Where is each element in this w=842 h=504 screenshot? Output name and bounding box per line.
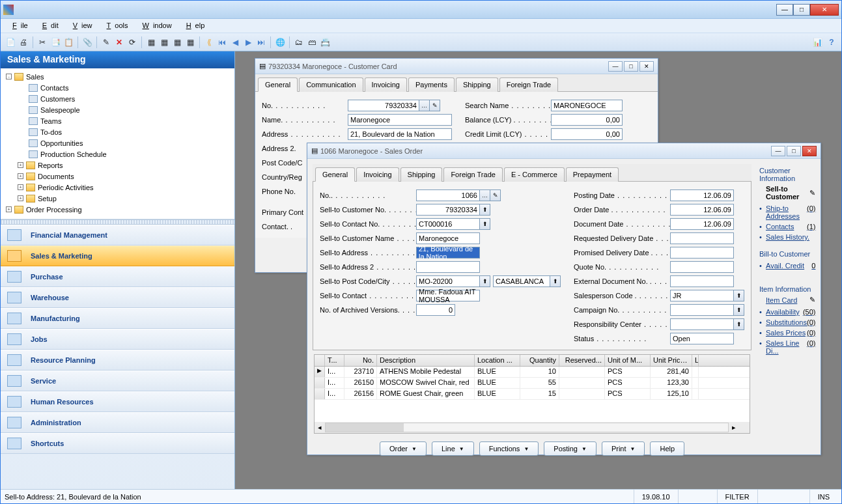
- tree-to-dos[interactable]: To-dos: [1, 126, 234, 137]
- item-edit-icon[interactable]: ✎: [809, 296, 815, 304]
- cc-no-lookup[interactable]: …: [419, 100, 430, 111]
- menu-window[interactable]: Window: [135, 20, 176, 31]
- horizontal-scrollbar[interactable]: ◂ ▸: [315, 422, 750, 433]
- so-left-field[interactable]: MO-20200: [416, 275, 480, 287]
- chart-icon[interactable]: 📊: [811, 36, 823, 48]
- misc3-icon[interactable]: 📇: [319, 36, 331, 48]
- tree-setup[interactable]: +Setup: [1, 193, 234, 204]
- globe-icon[interactable]: 🌐: [274, 36, 286, 48]
- nav-tree[interactable]: -SalesContactsCustomersSalespeopleTeamsT…: [1, 68, 234, 219]
- new-icon[interactable]: 📄: [5, 36, 16, 48]
- so-left-field[interactable]: Maronegoce: [416, 232, 480, 244]
- so-right-field[interactable]: [670, 232, 734, 244]
- misc1-icon[interactable]: 🗂: [293, 36, 305, 48]
- module-shortcuts[interactable]: Shortcuts: [1, 433, 234, 454]
- attach-icon[interactable]: 📎: [81, 36, 93, 48]
- lookup-icon[interactable]: ⬆: [480, 275, 490, 287]
- cc-addr-field[interactable]: 21, Boulevard de la Nation: [348, 128, 452, 140]
- cc-tab-shipping[interactable]: Shipping: [456, 77, 498, 92]
- minimize-button[interactable]: —: [776, 4, 793, 16]
- cc-no-edit-icon[interactable]: ✎: [430, 100, 440, 111]
- so-right-field[interactable]: [670, 275, 734, 287]
- tree-order-processing[interactable]: +Order Processing: [1, 204, 234, 215]
- customer-card-titlebar[interactable]: ▤ 79320334 Maronegoce - Customer Card — …: [255, 59, 658, 74]
- module-jobs[interactable]: Jobs: [1, 329, 234, 350]
- grid3-icon[interactable]: ▦: [171, 36, 183, 48]
- so-left-field2[interactable]: CASABLANCA: [493, 275, 550, 287]
- so-right-field[interactable]: [670, 261, 734, 273]
- cut-icon[interactable]: ✂: [36, 36, 48, 48]
- tree-contacts[interactable]: Contacts: [1, 82, 234, 93]
- cc-balance-field[interactable]: 0,00: [551, 114, 623, 126]
- cc-tab-invoicing[interactable]: Invoicing: [365, 77, 407, 92]
- cc-tab-payments[interactable]: Payments: [408, 77, 455, 92]
- module-purchase[interactable]: Purchase: [1, 266, 234, 287]
- so-minimize-button[interactable]: —: [771, 146, 785, 156]
- so-left-field[interactable]: 1066: [416, 189, 480, 201]
- lookup-icon[interactable]: ⬆: [734, 290, 744, 301]
- misc2-icon[interactable]: 🗃: [306, 36, 318, 48]
- so-right-field[interactable]: 12.06.09: [670, 189, 734, 201]
- grid-row[interactable]: I...26150MOSCOW Swivel Chair, redBLUE55P…: [315, 378, 750, 389]
- so-right-field[interactable]: [670, 304, 734, 316]
- lookup-icon[interactable]: ⬆: [480, 218, 490, 230]
- lookup-icon[interactable]: ⬆: [550, 275, 561, 287]
- paste-icon[interactable]: 📋: [63, 36, 74, 48]
- so-left-field[interactable]: 79320334: [416, 204, 480, 216]
- pencil-icon[interactable]: ✎: [100, 36, 112, 48]
- so-left-field[interactable]: 0: [416, 304, 455, 316]
- info-link-contacts[interactable]: •Contacts(1): [759, 221, 818, 232]
- tree-periodic-activities[interactable]: +Periodic Activities: [1, 182, 234, 193]
- edit-icon[interactable]: ✎: [490, 189, 501, 201]
- tree-documents[interactable]: +Documents: [1, 171, 234, 182]
- tree-customers[interactable]: Customers: [1, 93, 234, 104]
- maximize-button[interactable]: □: [793, 4, 810, 16]
- menu-file[interactable]: File: [5, 20, 32, 31]
- cc-name-field[interactable]: Maronegoce: [348, 114, 452, 126]
- so-left-field[interactable]: CT000016: [416, 218, 480, 230]
- help-icon[interactable]: ?: [826, 36, 837, 48]
- so-left-field[interactable]: 21, Boulevard de la Nation: [416, 247, 480, 259]
- module-resource-planning[interactable]: Resource Planning: [1, 350, 234, 371]
- item-card-link[interactable]: Item Card: [766, 296, 797, 304]
- tree-reports[interactable]: +Reports: [1, 160, 234, 171]
- nav-last-icon[interactable]: ⏭: [255, 36, 267, 48]
- nav-next-icon[interactable]: ▶: [242, 36, 254, 48]
- so-tab-shipping[interactable]: Shipping: [400, 167, 443, 182]
- print-button[interactable]: Print▼: [602, 441, 645, 456]
- tree-salespeople[interactable]: Salespeople: [1, 104, 234, 115]
- gripper[interactable]: [1, 219, 234, 225]
- so-tab-e-commerce[interactable]: E - Commerce: [504, 167, 565, 182]
- so-right-field[interactable]: JR: [670, 290, 734, 301]
- menu-help[interactable]: Help: [178, 20, 209, 31]
- module-service[interactable]: Service: [1, 371, 234, 391]
- order-button[interactable]: Order▼: [380, 441, 427, 456]
- so-right-field[interactable]: Open: [670, 333, 734, 344]
- module-warehouse[interactable]: Warehouse: [1, 287, 234, 308]
- nav-prev2-icon[interactable]: ⟪: [203, 36, 215, 48]
- delete-icon[interactable]: ✕: [113, 36, 125, 48]
- info-link-avail-credit[interactable]: •Avail. Credit0: [759, 260, 818, 271]
- print-icon[interactable]: 🖨: [18, 36, 29, 48]
- sellto-edit-icon[interactable]: ✎: [809, 189, 815, 197]
- menu-edit[interactable]: Edit: [35, 20, 63, 31]
- so-right-field[interactable]: [670, 318, 734, 330]
- info-link-availability[interactable]: •Availability(50): [759, 307, 818, 317]
- so-tab-prepayment[interactable]: Prepayment: [566, 167, 619, 182]
- module-administration[interactable]: Administration: [1, 412, 234, 433]
- grid-row[interactable]: ▶I...23710ATHENS Mobile PedestalBLUE10PC…: [315, 367, 750, 378]
- so-right-field[interactable]: 12.06.09: [670, 204, 734, 216]
- tree-opportunities[interactable]: Opportunities: [1, 137, 234, 148]
- nav-first-icon[interactable]: ⏮: [216, 36, 228, 48]
- lookup-icon[interactable]: ⬆: [480, 204, 490, 216]
- so-left-field[interactable]: Mme. Fadoua AIT MOUSSA: [416, 290, 480, 301]
- tree-production-schedule[interactable]: Production Schedule: [1, 148, 234, 160]
- so-tab-foreign-trade[interactable]: Foreign Trade: [443, 167, 502, 182]
- module-financial-management[interactable]: Financial Management: [1, 225, 234, 245]
- titlebar[interactable]: — □ ✕: [1, 1, 841, 19]
- cc-close-button[interactable]: ✕: [639, 61, 654, 72]
- refresh-icon[interactable]: ⟳: [126, 36, 138, 48]
- menu-view[interactable]: View: [65, 20, 96, 31]
- cc-minimize-button[interactable]: —: [608, 61, 623, 72]
- tree-sales[interactable]: -Sales: [1, 71, 234, 82]
